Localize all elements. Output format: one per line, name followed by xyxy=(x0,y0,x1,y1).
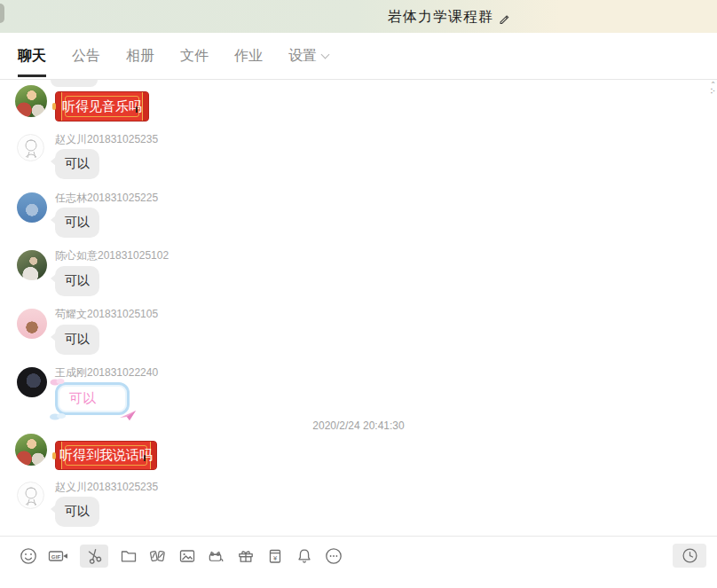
chat-window: 岩体力学课程群 聊天 公告 相册 文件 作业 设置 ⌃⠕ 听得见音乐吗 xyxy=(0,0,717,588)
screenshot-button[interactable] xyxy=(80,545,108,568)
avatar[interactable] xyxy=(17,309,47,339)
window-shake-icon xyxy=(148,547,167,565)
title-bar: 岩体力学课程群 xyxy=(0,0,717,33)
timestamp: 2020/2/24 20:41:30 xyxy=(0,419,717,432)
sketch-face-icon xyxy=(18,482,44,509)
reminder-button[interactable] xyxy=(295,545,313,567)
ellipsis-icon xyxy=(325,547,343,565)
partial-message-bubble[interactable] xyxy=(51,80,98,87)
toolbar-icon-row: GIF xyxy=(19,545,343,568)
sender-name: 赵义川201831025235 xyxy=(55,480,158,495)
group-title: 岩体力学课程群 xyxy=(388,8,510,27)
scrollbar-up-arrow[interactable]: ⌃⠕ xyxy=(710,82,716,96)
window-shake-button[interactable] xyxy=(148,545,167,567)
decorated-message-bubble[interactable]: 可以 xyxy=(55,382,130,415)
tab-files[interactable]: 文件 xyxy=(180,33,209,80)
svg-text:GIF: GIF xyxy=(51,553,61,560)
message-text: 听得见音乐吗 xyxy=(65,96,139,117)
gift-icon xyxy=(237,547,255,565)
tab-announcement[interactable]: 公告 xyxy=(72,33,100,80)
gift-button[interactable] xyxy=(236,545,255,567)
banner-message-bubble[interactable]: 听得到我说话吗 xyxy=(55,441,157,470)
avatar[interactable] xyxy=(17,367,47,397)
sender-name: 任志林201831025225 xyxy=(55,191,158,206)
avatar[interactable] xyxy=(17,192,47,223)
tab-bar: 聊天 公告 相册 文件 作业 设置 xyxy=(0,33,717,80)
avatar[interactable] xyxy=(17,482,44,509)
meme-sticker-button[interactable] xyxy=(207,545,225,567)
svg-text:¥: ¥ xyxy=(272,554,277,562)
tab-album[interactable]: 相册 xyxy=(126,33,154,80)
pink-cloud-icon xyxy=(50,377,66,386)
mascot-emoji-icon xyxy=(145,456,162,478)
smiley-icon xyxy=(20,547,37,565)
avatar[interactable] xyxy=(17,134,44,161)
scissors-icon xyxy=(85,547,103,565)
cat-sunglasses-icon xyxy=(207,547,225,565)
gif-hotpic-button[interactable]: GIF xyxy=(48,545,69,567)
tab-homework[interactable]: 作业 xyxy=(234,33,263,80)
chevron-down-icon xyxy=(321,50,330,59)
red-packet-button[interactable]: ¥ xyxy=(265,545,284,567)
edit-pencil-icon[interactable] xyxy=(498,12,510,25)
gif-icon: GIF xyxy=(48,547,69,565)
banner-left-scroll-cap xyxy=(56,92,62,121)
sender-name: 赵义川201831025235 xyxy=(55,132,158,147)
banner-knob xyxy=(52,452,56,459)
image-icon xyxy=(178,547,196,565)
mascot-emoji-icon xyxy=(137,107,154,129)
image-button[interactable] xyxy=(177,545,196,567)
red-packet-icon: ¥ xyxy=(266,547,284,565)
message-history-button[interactable] xyxy=(673,544,706,568)
tab-chat[interactable]: 聊天 xyxy=(18,33,46,80)
bell-icon xyxy=(295,547,313,565)
more-tools-button[interactable] xyxy=(324,545,343,567)
sender-name: 陈心如意201831025102 xyxy=(55,248,169,263)
file-button[interactable] xyxy=(119,545,138,567)
avatar[interactable] xyxy=(17,250,47,280)
emoji-picker-button[interactable] xyxy=(19,545,37,567)
avatar[interactable] xyxy=(15,85,47,117)
sketch-face-icon xyxy=(18,135,44,161)
folder-icon xyxy=(120,547,138,565)
sender-name: 王成刚201831022240 xyxy=(55,365,158,380)
banner-message-bubble[interactable]: 听得见音乐吗 xyxy=(55,91,149,122)
tab-settings[interactable]: 设置 xyxy=(288,33,328,80)
input-toolbar: GIF xyxy=(0,536,717,588)
sender-name: 苟耀文201831025105 xyxy=(55,307,158,322)
clock-icon xyxy=(682,547,698,564)
message-bubble[interactable]: 可以 xyxy=(55,497,99,527)
group-title-text: 岩体力学课程群 xyxy=(388,8,493,27)
avatar[interactable] xyxy=(15,434,47,466)
window-edge-fragment xyxy=(0,4,4,23)
message-list: ⌃⠕ 听得见音乐吗 赵义川201831025235 可以 任志林20183102… xyxy=(0,80,717,536)
message-bubble[interactable]: 可以 xyxy=(55,325,99,355)
message-bubble[interactable]: 可以 xyxy=(55,266,99,296)
message-bubble[interactable]: 可以 xyxy=(55,149,99,179)
message-bubble[interactable]: 可以 xyxy=(55,208,99,238)
banner-knob xyxy=(52,103,56,110)
message-text: 听得到我说话吗 xyxy=(65,445,147,466)
